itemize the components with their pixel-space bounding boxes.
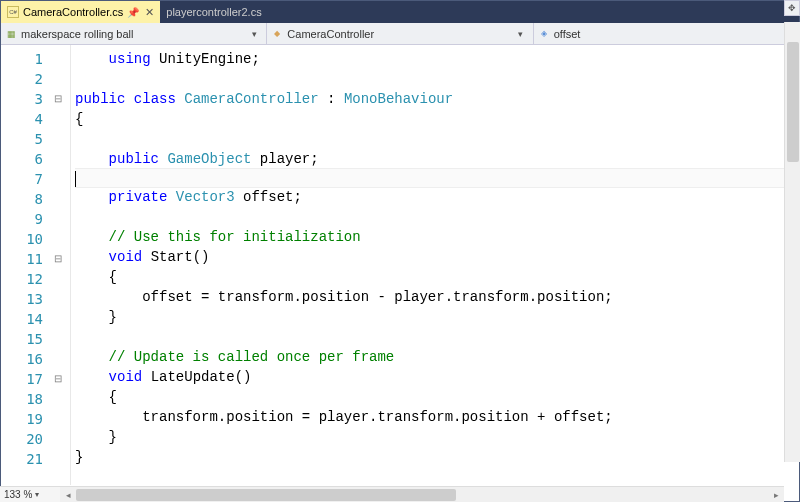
line-number: 19 [1,409,51,429]
code-line[interactable]: public GameObject player; [75,149,799,169]
nav-class-dropdown[interactable]: CameraController ▾ [267,23,533,44]
code-line[interactable]: public class CameraController : MonoBeha… [75,89,799,109]
code-line[interactable]: { [75,387,799,407]
nav-project-label: makerspace rolling ball [21,28,134,40]
nav-class-label: CameraController [287,28,374,40]
code-line[interactable]: void LateUpdate() [75,367,799,387]
line-number: 7 [1,169,51,189]
code-line[interactable]: } [75,307,799,327]
line-number: 6 [1,149,51,169]
text-caret [75,171,76,187]
fold-toggle [51,269,65,289]
pin-icon[interactable]: 📌 [127,7,139,18]
scroll-right-button[interactable]: ▸ [768,490,784,500]
fold-toggle [51,449,65,469]
scroll-left-button[interactable]: ◂ [60,490,76,500]
fold-toggle [51,69,65,89]
vertical-scrollbar-thumb[interactable] [787,42,799,162]
fold-toggle [51,289,65,309]
line-number: 9 [1,209,51,229]
code-line[interactable]: } [75,427,799,447]
code-line[interactable]: 💡 [75,168,799,188]
project-icon [5,28,17,40]
line-number: 3 [1,89,51,109]
line-number: 21 [1,449,51,469]
tab-camera-controller[interactable]: CameraController.cs 📌 ✕ [1,1,160,23]
nav-member-label: offset [554,28,581,40]
code-line[interactable]: using UnityEngine; [75,49,799,69]
fold-toggle [51,349,65,369]
close-icon[interactable]: ✕ [145,6,154,19]
chevron-down-icon: ▾ [246,29,262,39]
line-number: 14 [1,309,51,329]
zoom-value: 133 % [4,489,32,500]
fold-toggle [51,169,65,189]
scroll-track[interactable] [76,487,768,502]
tab-label: playercontroller2.cs [166,6,261,18]
code-line[interactable] [75,327,799,347]
code-line[interactable]: { [75,267,799,287]
line-number: 13 [1,289,51,309]
chevron-down-icon: ▾ [35,490,39,499]
code-line[interactable]: } [75,447,799,467]
fold-toggle [51,149,65,169]
horizontal-scrollbar-thumb[interactable] [76,489,456,501]
code-line[interactable]: private Vector3 offset; [75,187,799,207]
split-window-button[interactable]: ✥ [784,0,800,16]
line-number: 11 [1,249,51,269]
navigation-bar: makerspace rolling ball ▾ CameraControll… [1,23,799,45]
line-number: 12 [1,269,51,289]
code-line[interactable] [75,129,799,149]
fold-toggle [51,209,65,229]
code-line[interactable]: void Start() [75,247,799,267]
vertical-scrollbar[interactable] [784,22,800,462]
csharp-file-icon [7,6,19,18]
line-number: 5 [1,129,51,149]
code-line[interactable] [75,69,799,89]
line-number: 20 [1,429,51,449]
horizontal-scrollbar[interactable]: ◂ ▸ [60,486,784,502]
field-icon [538,28,550,40]
fold-toggle [51,229,65,249]
tab-bar: CameraController.cs 📌 ✕ playercontroller… [1,1,799,23]
fold-toggle [51,129,65,149]
code-line[interactable]: offset = transform.position - player.tra… [75,287,799,307]
code-line[interactable]: // Use this for initialization [75,227,799,247]
fold-toggle [51,109,65,129]
code-line[interactable]: { [75,109,799,129]
fold-toggle [51,49,65,69]
tab-player-controller2[interactable]: playercontroller2.cs [160,1,267,23]
line-number: 18 [1,389,51,409]
line-number: 8 [1,189,51,209]
fold-toggle [51,189,65,209]
editor: 123⊟4567891011⊟121314151617⊟18192021 usi… [1,45,799,485]
fold-toggle[interactable]: ⊟ [51,369,65,389]
fold-toggle [51,429,65,449]
nav-member-dropdown[interactable]: offset ▾ [534,23,799,44]
line-number: 4 [1,109,51,129]
chevron-down-icon: ▾ [513,29,529,39]
class-icon [271,28,283,40]
tab-label: CameraController.cs [23,6,123,18]
fold-toggle [51,329,65,349]
line-number: 15 [1,329,51,349]
line-number: 17 [1,369,51,389]
zoom-level[interactable]: 133 % ▾ [0,486,60,502]
line-number: 1 [1,49,51,69]
nav-project-dropdown[interactable]: makerspace rolling ball ▾ [1,23,267,44]
code-line[interactable] [75,207,799,227]
fold-toggle [51,309,65,329]
line-number: 10 [1,229,51,249]
fold-toggle[interactable]: ⊟ [51,249,65,269]
fold-toggle [51,389,65,409]
code-line[interactable]: // Update is called once per frame [75,347,799,367]
line-number: 2 [1,69,51,89]
code-line[interactable]: transform.position = player.transform.po… [75,407,799,427]
fold-toggle [51,409,65,429]
code-area[interactable]: using UnityEngine;public class CameraCon… [71,45,799,485]
gutter: 123⊟4567891011⊟121314151617⊟18192021 [1,45,71,485]
fold-toggle[interactable]: ⊟ [51,89,65,109]
line-number: 16 [1,349,51,369]
